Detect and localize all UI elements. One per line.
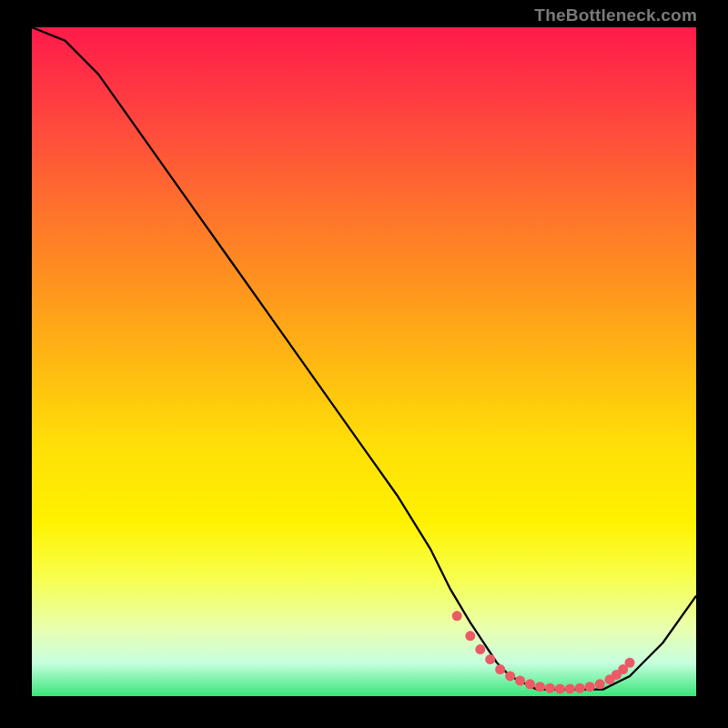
marker-dot (475, 644, 485, 654)
marker-dots (452, 611, 635, 693)
marker-dot (595, 679, 605, 689)
marker-dot (625, 658, 635, 668)
marker-dot (575, 683, 585, 693)
marker-dot (565, 683, 575, 693)
marker-dot (452, 611, 462, 621)
marker-dot (545, 683, 555, 693)
plot-area (32, 27, 696, 696)
marker-dot (555, 683, 565, 693)
marker-dot (525, 679, 535, 689)
marker-dot (515, 676, 525, 686)
attribution-text: TheBottleneck.com (534, 5, 697, 25)
marker-dot (485, 654, 495, 664)
marker-dot (465, 631, 475, 641)
marker-dot (495, 664, 505, 674)
marker-dot (585, 682, 595, 692)
curve-line (32, 27, 696, 690)
marker-dot (535, 682, 545, 692)
chart-svg (32, 27, 696, 696)
marker-dot (505, 671, 515, 681)
main-curve (32, 27, 696, 690)
